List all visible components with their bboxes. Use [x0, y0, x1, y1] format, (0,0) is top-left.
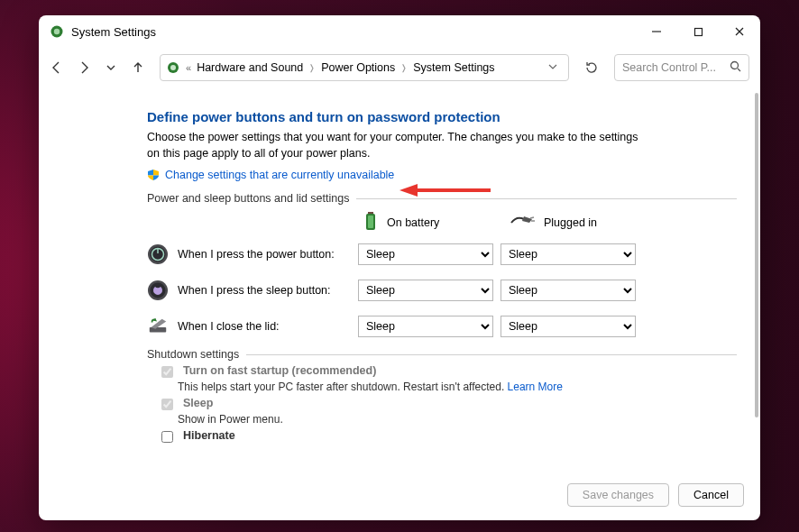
- lid-plugged-select[interactable]: Sleep: [501, 316, 636, 337]
- battery-icon: [363, 210, 378, 234]
- table-row: When I press the power button: Sleep Sle…: [147, 243, 737, 265]
- column-battery-label: On battery: [387, 216, 439, 229]
- sleep-label: Sleep: [183, 397, 213, 409]
- save-button[interactable]: Save changes: [567, 483, 669, 507]
- search-placeholder: Search Control P...: [622, 61, 724, 74]
- power-button-plugged-select[interactable]: Sleep: [501, 243, 636, 265]
- nav-toolbar: « Hardware and Sound Power Options Syste…: [39, 48, 760, 87]
- breadcrumb-overflow[interactable]: «: [186, 62, 191, 73]
- fast-startup-label: Turn on fast startup (recommended): [183, 364, 376, 377]
- shield-icon: [147, 169, 160, 181]
- sleep-button-icon: [147, 280, 169, 301]
- titlebar: System Settings: [39, 15, 760, 48]
- column-plugged-label: Plugged in: [544, 216, 597, 229]
- fast-startup-checkbox[interactable]: [161, 366, 173, 378]
- up-button[interactable]: [125, 55, 151, 80]
- table-row: When I close the lid: Sleep Sleep: [147, 316, 737, 337]
- sleep-button-plugged-select[interactable]: Sleep: [501, 280, 636, 301]
- change-settings-link[interactable]: Change settings that are currently unava…: [165, 169, 394, 181]
- power-button-icon: [147, 243, 169, 265]
- fast-startup-desc: This helps start your PC faster after sh…: [178, 381, 737, 393]
- control-panel-icon: [166, 60, 180, 75]
- hibernate-label: Hibernate: [183, 429, 235, 442]
- lid-battery-select[interactable]: Sleep: [358, 316, 493, 337]
- window-title: System Settings: [71, 25, 156, 39]
- column-headers: On battery Plugged in: [147, 210, 737, 234]
- svg-rect-12: [368, 212, 373, 214]
- fast-startup-row: Turn on fast startup (recommended): [158, 364, 737, 381]
- footer: Save changes Cancel: [39, 477, 760, 520]
- address-dropdown[interactable]: [543, 61, 563, 74]
- refresh-button[interactable]: [578, 54, 605, 81]
- plug-icon: [510, 214, 535, 231]
- svg-rect-14: [368, 216, 373, 228]
- svg-point-1: [54, 29, 60, 34]
- hibernate-row: Hibernate: [158, 429, 737, 445]
- address-bar[interactable]: « Hardware and Sound Power Options Syste…: [160, 54, 569, 81]
- svg-line-15: [530, 217, 534, 218]
- chevron-right-icon: [400, 63, 408, 72]
- hibernate-checkbox[interactable]: [161, 431, 173, 443]
- section-shutdown-title: Shutdown settings: [147, 348, 737, 361]
- search-icon: [730, 60, 741, 75]
- settings-table: When I press the power button: Sleep Sle…: [147, 243, 737, 337]
- breadcrumb-item[interactable]: Power Options: [321, 61, 395, 74]
- sleep-button-battery-select[interactable]: Sleep: [358, 280, 493, 301]
- power-button-battery-select[interactable]: Sleep: [358, 243, 493, 265]
- maximize-button[interactable]: [677, 17, 719, 46]
- row-label: When I press the sleep button:: [178, 284, 358, 297]
- scrollbar[interactable]: [755, 93, 758, 417]
- sleep-desc: Show in Power menu.: [178, 413, 737, 426]
- cancel-button[interactable]: Cancel: [678, 483, 744, 507]
- content-area: Define power buttons and turn on passwor…: [39, 87, 760, 477]
- section-buttons-title: Power and sleep buttons and lid settings: [147, 192, 737, 205]
- svg-rect-23: [150, 327, 166, 333]
- settings-window: System Settings « Hardware and Sound Pow…: [39, 15, 760, 520]
- page-description: Choose the power settings that you want …: [147, 130, 652, 161]
- minimize-button[interactable]: [636, 17, 677, 46]
- sleep-checkbox[interactable]: [161, 399, 173, 410]
- breadcrumb-item[interactable]: Hardware and Sound: [197, 61, 303, 74]
- page-title: Define power buttons and turn on passwor…: [147, 109, 737, 124]
- back-button[interactable]: [44, 55, 69, 80]
- chevron-right-icon: [308, 63, 316, 72]
- svg-point-7: [170, 65, 176, 70]
- lid-close-icon: [147, 316, 169, 337]
- svg-point-8: [731, 62, 739, 69]
- row-label: When I close the lid:: [178, 320, 358, 333]
- svg-line-9: [738, 69, 740, 71]
- search-input[interactable]: Search Control P...: [614, 54, 749, 81]
- learn-more-link[interactable]: Learn More: [508, 381, 563, 393]
- breadcrumb-item[interactable]: System Settings: [413, 61, 494, 74]
- row-label: When I press the power button:: [178, 248, 358, 261]
- forward-button[interactable]: [71, 55, 96, 80]
- app-icon: [50, 24, 64, 39]
- sleep-row: Sleep: [158, 397, 737, 413]
- table-row: When I press the sleep button: Sleep Sle…: [147, 280, 737, 301]
- svg-rect-3: [694, 28, 702, 35]
- close-button[interactable]: [719, 17, 760, 46]
- recent-dropdown[interactable]: [98, 55, 124, 80]
